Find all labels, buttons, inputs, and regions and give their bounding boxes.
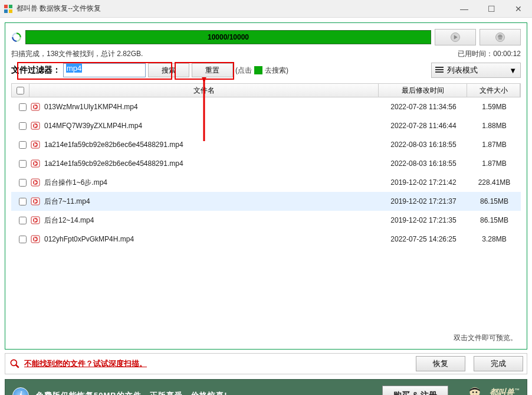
file-date: 2022-08-03 16:18:55	[379, 159, 468, 168]
brand-logo: 都叫兽™ 数 据 专 家	[464, 384, 520, 395]
file-size: 3.28MB	[468, 235, 521, 243]
search-hint: (点击 去搜索)	[235, 66, 288, 76]
svg-rect-7	[498, 38, 502, 40]
table-row[interactable]: 后台操作1~6步.mp42019-12-02 17:21:42228.41MB	[11, 173, 521, 192]
file-date: 2019-12-02 17:21:35	[379, 216, 468, 224]
list-icon	[435, 67, 444, 74]
progress-text: 10000/10000	[208, 33, 249, 41]
info-icon: i	[12, 387, 29, 395]
file-icon	[29, 121, 42, 130]
row-checkbox[interactable]	[19, 160, 27, 168]
svg-rect-0	[4, 5, 8, 8]
scan-summary: 扫描完成，138文件被找到，总计 2.82GB.	[11, 49, 143, 59]
banner-text: 免费版仅能恢复50MB的文件，正版享受 - 价格惊喜!	[36, 390, 228, 395]
file-date: 2022-08-03 16:18:55	[379, 141, 468, 149]
select-all-checkbox[interactable]	[17, 87, 24, 94]
row-checkbox-cell	[11, 122, 29, 130]
minimize-button[interactable]: —	[451, 0, 478, 18]
magnifier-icon	[9, 358, 21, 370]
window-title: 都叫兽 数据恢复--文件恢复	[17, 4, 451, 14]
svg-line-35	[16, 365, 19, 368]
titlebar: 都叫兽 数据恢复--文件恢复 — ☐ ✕	[0, 0, 532, 18]
deep-scan-link[interactable]: 不能找到您的文件？试试深度扫描。	[9, 358, 147, 370]
main-panel: 10000/10000 扫描完成，138文件被找到，总计 2.82GB. 已用时…	[5, 22, 527, 350]
col-checkbox[interactable]	[12, 84, 29, 97]
stop-button[interactable]	[480, 29, 521, 45]
file-icon	[29, 234, 42, 244]
status-row: 扫描完成，138文件被找到，总计 2.82GB. 已用时间：00:00:12	[11, 49, 521, 59]
row-checkbox-cell	[11, 217, 29, 224]
file-size: 1.87MB	[468, 159, 521, 168]
svg-point-38	[472, 391, 474, 393]
row-checkbox[interactable]	[19, 179, 27, 187]
recover-button[interactable]: 恢复	[416, 356, 465, 371]
row-checkbox[interactable]	[19, 217, 27, 224]
file-name: 1a214e1fa59cb92e82b6ec6e45488291.mp4	[42, 159, 379, 168]
svg-rect-1	[9, 5, 12, 8]
row-checkbox[interactable]	[19, 122, 27, 130]
file-icon	[29, 140, 42, 149]
progress-row: 10000/10000	[11, 29, 521, 45]
file-date: 2022-07-28 11:34:56	[379, 103, 468, 111]
file-size: 86.15MB	[468, 197, 521, 205]
svg-rect-3	[9, 9, 12, 13]
file-name: 后台7~11.mp4	[42, 197, 379, 207]
file-icon	[29, 216, 42, 225]
svg-point-39	[476, 391, 478, 393]
file-name: 后台12~14.mp4	[42, 216, 379, 226]
trash-icon	[254, 66, 262, 74]
file-name: 013WzMrw1Uly1KMP4H.mp4	[42, 103, 379, 111]
table-body: 013WzMrw1Uly1KMP4H.mp42022-07-28 11:34:5…	[11, 97, 521, 249]
table-header: 文件名 最后修改时间 文件大小	[11, 83, 521, 97]
file-icon	[29, 159, 42, 168]
col-name[interactable]: 文件名	[29, 84, 379, 97]
row-checkbox[interactable]	[19, 141, 27, 149]
maximize-button[interactable]: ☐	[478, 0, 505, 18]
progress-bar: 10000/10000	[25, 30, 431, 44]
row-checkbox-cell	[11, 160, 29, 168]
file-name: 1a214e1fa59cb92e82b6ec6e45488291.mp4	[42, 141, 379, 149]
file-date: 2022-07-25 14:26:25	[379, 235, 468, 243]
table-row[interactable]: 后台12~14.mp42019-12-02 17:21:3586.15MB	[11, 211, 521, 230]
file-name: 012yhFpt0xPvGkMP4H.mp4	[42, 235, 379, 243]
table-row[interactable]: 后台7~11.mp42019-12-02 17:21:3786.15MB	[11, 192, 521, 211]
buy-register-button[interactable]: 购买 & 注册	[382, 386, 448, 395]
close-button[interactable]: ✕	[505, 0, 532, 18]
col-size[interactable]: 文件大小	[467, 84, 520, 97]
col-date[interactable]: 最后修改时间	[379, 84, 467, 97]
table-row[interactable]: 013WzMrw1Uly1KMP4H.mp42022-07-28 11:34:5…	[11, 97, 521, 116]
file-date: 2022-07-28 11:46:44	[379, 122, 468, 130]
file-size: 1.88MB	[468, 122, 521, 130]
file-size: 86.15MB	[468, 216, 521, 224]
filter-input[interactable]: mp4	[63, 63, 146, 77]
row-checkbox-cell	[11, 179, 29, 187]
play-button[interactable]	[435, 29, 476, 45]
row-checkbox[interactable]	[19, 236, 27, 243]
file-name: 014MFQ7W39yZXLMP4H.mp4	[42, 122, 379, 130]
row-checkbox-cell	[11, 198, 29, 205]
file-table: 文件名 最后修改时间 文件大小 013WzMrw1Uly1KMP4H.mp420…	[11, 83, 521, 307]
app-icon	[4, 4, 13, 14]
row-checkbox[interactable]	[19, 198, 27, 205]
reset-button[interactable]: 重置	[192, 63, 233, 77]
search-button[interactable]: 搜索	[148, 63, 189, 77]
elapsed-time: 已用时间：00:00:12	[458, 49, 521, 59]
table-row[interactable]: 014MFQ7W39yZXLMP4H.mp42022-07-28 11:46:4…	[11, 116, 521, 135]
upgrade-banner: i 免费版仅能恢复50MB的文件，正版享受 - 价格惊喜! 购买 & 注册 都叫…	[5, 379, 527, 395]
row-checkbox[interactable]	[19, 103, 27, 111]
table-row[interactable]: 1a214e1fa59cb92e82b6ec6e45488291.mp42022…	[11, 154, 521, 173]
file-size: 1.59MB	[468, 103, 521, 111]
file-size: 1.87MB	[468, 141, 521, 149]
file-date: 2019-12-02 17:21:37	[379, 197, 468, 205]
view-mode-label: 列表模式	[447, 65, 478, 76]
done-button[interactable]: 完成	[474, 356, 523, 371]
price-link[interactable]: 价格惊喜!	[191, 391, 227, 395]
file-icon	[29, 197, 42, 206]
chevron-down-icon: ▼	[509, 66, 517, 75]
table-row[interactable]: 012yhFpt0xPvGkMP4H.mp42022-07-25 14:26:2…	[11, 230, 521, 249]
table-row[interactable]: 1a214e1fa59cb92e82b6ec6e45488291.mp42022…	[11, 135, 521, 154]
filter-label: 文件过滤器：	[11, 65, 61, 76]
file-icon	[29, 102, 42, 112]
view-mode-dropdown[interactable]: 列表模式 ▼	[431, 63, 521, 78]
spinner-icon	[11, 32, 22, 43]
